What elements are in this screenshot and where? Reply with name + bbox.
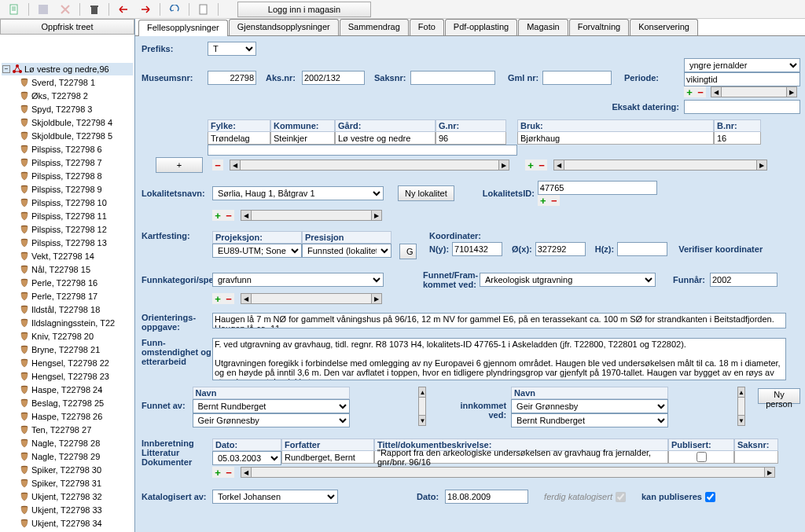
tree-item[interactable]: Bryne, T22798 21: [2, 343, 133, 356]
tab-magasin[interactable]: Magasin: [518, 19, 568, 35]
loc-minus[interactable]: −: [212, 160, 223, 171]
tree-item[interactable]: Pilspiss, T22798 10: [2, 196, 133, 209]
dato2-input[interactable]: [445, 490, 528, 504]
tree-item[interactable]: Haspe, T22798 24: [2, 383, 133, 396]
museumsnr-input[interactable]: [208, 71, 256, 85]
innkommet-1[interactable]: Geir Grønnesby: [511, 399, 668, 413]
tree-item[interactable]: Ukjent, T22798 34: [2, 516, 133, 530]
aksnr-input[interactable]: [302, 71, 365, 85]
bruk-cell[interactable]: Bjørkhaug: [517, 132, 714, 145]
publisert-cell[interactable]: [668, 451, 734, 464]
fylke-cell[interactable]: Trøndelag: [208, 132, 270, 145]
new-doc-button[interactable]: [3, 2, 25, 17]
periode-input[interactable]: [684, 72, 800, 86]
loc-extra-input[interactable]: [208, 145, 517, 156]
bnr-cell[interactable]: 16: [714, 132, 761, 145]
tree-item[interactable]: Spyd, T22798 3: [2, 102, 133, 116]
collapse-icon[interactable]: −: [2, 65, 10, 73]
funnkat-minus[interactable]: −: [223, 293, 234, 304]
kommune-cell[interactable]: Steinkjer: [270, 132, 335, 145]
innb-plus[interactable]: +: [212, 467, 223, 478]
funn-omst-textarea[interactable]: F. ved utgravning av gravhaug, tidl. reg…: [212, 338, 786, 380]
tree-item[interactable]: Skjoldbule, T22798 5: [2, 129, 133, 142]
tree-item[interactable]: Øks, T22798 2: [2, 89, 133, 102]
publiseres-checkbox[interactable]: [705, 492, 715, 502]
proj-select[interactable]: EU89-UTM; Sone 33: [212, 244, 302, 258]
tab-konservering[interactable]: Konservering: [630, 19, 698, 35]
tree-item[interactable]: Hengsel, T22798 22: [2, 356, 133, 369]
tree-item[interactable]: Haspe, T22798 26: [2, 409, 133, 423]
publisert-checkbox[interactable]: [697, 452, 707, 462]
tree-item[interactable]: Spiker, T22798 31: [2, 476, 133, 490]
ny-lokalitet-button[interactable]: Ny lokalitet: [398, 185, 454, 201]
tab-forvaltning[interactable]: Forvaltning: [569, 19, 629, 35]
prefix-select[interactable]: T: [208, 42, 256, 56]
tree-item[interactable]: Pilspiss, T22798 8: [2, 169, 133, 182]
refresh-tree-button[interactable]: Oppfrisk treet: [0, 19, 134, 35]
tree-item[interactable]: Ildstål, T22798 18: [2, 303, 133, 316]
scroll-left[interactable]: ◀: [711, 86, 722, 97]
tree-item[interactable]: Skjoldbule, T22798 4: [2, 116, 133, 129]
periode-select[interactable]: yngre jernalder: [684, 58, 800, 72]
tab-gjenstandsopplysninger[interactable]: Gjenstandsopplysninger: [229, 19, 339, 35]
eksakt-datering-input[interactable]: [684, 100, 800, 114]
forfatter-cell[interactable]: Rundberget, Bernt: [281, 451, 374, 464]
loknavn-plus[interactable]: +: [212, 210, 223, 221]
lokid-minus[interactable]: −: [549, 195, 560, 206]
funnet-fram-select[interactable]: Arkeologisk utgravning: [480, 273, 656, 287]
g-button[interactable]: G: [399, 244, 417, 259]
funnkat-plus[interactable]: +: [212, 293, 223, 304]
tree-item[interactable]: Nagle, T22798 28: [2, 436, 133, 449]
lokalitetsnavn-select[interactable]: Sørlia, Haug 1, Båtgrav 1: [212, 186, 384, 200]
prev-button[interactable]: [112, 2, 134, 17]
hz-input[interactable]: [617, 242, 667, 256]
save-button[interactable]: [32, 2, 54, 17]
funnaar-input[interactable]: [710, 273, 777, 287]
tree-item[interactable]: Pilspiss, T22798 11: [2, 209, 133, 222]
object-tree[interactable]: − Lø vestre og nedre,96 Sverd, T22798 1Ø…: [0, 61, 134, 532]
tree-item[interactable]: Pilspiss, T22798 13: [2, 236, 133, 249]
tree-item[interactable]: Pilspiss, T22798 9: [2, 182, 133, 196]
gmlnr-input[interactable]: [542, 71, 612, 85]
loc2-minus[interactable]: −: [536, 160, 547, 171]
tree-item[interactable]: Kniv, T22798 20: [2, 329, 133, 343]
trash-button[interactable]: [83, 2, 105, 17]
login-magasin-button[interactable]: Logg inn i magasin: [237, 2, 371, 17]
katalogisert-select[interactable]: Torkel Johansen: [212, 490, 338, 504]
gard-cell[interactable]: Lø vestre og nedre: [335, 132, 436, 145]
ox-input[interactable]: [535, 242, 586, 256]
tree-item[interactable]: Sverd, T22798 1: [2, 75, 133, 89]
tree-item[interactable]: Perle, T22798 17: [2, 289, 133, 303]
gnr-cell[interactable]: 96: [436, 132, 506, 145]
scroll-right[interactable]: ▶: [786, 86, 797, 97]
tree-item[interactable]: Ukjent, T22798 33: [2, 503, 133, 516]
funnet-av-2[interactable]: Geir Grønnesby: [193, 413, 350, 427]
delete-button[interactable]: [54, 2, 76, 17]
loknavn-minus[interactable]: −: [223, 210, 234, 221]
ny-input[interactable]: [452, 242, 502, 256]
tree-item[interactable]: Perle, T22798 16: [2, 276, 133, 289]
tree-item[interactable]: Beslag, T22798 25: [2, 396, 133, 409]
undo-button[interactable]: [164, 2, 186, 17]
tittel-cell[interactable]: "Rapport fra den arkeologiske undersøkel…: [374, 451, 668, 464]
saksnr-input[interactable]: [410, 71, 495, 85]
tab-sammendrag[interactable]: Sammendrag: [340, 19, 409, 35]
periode-plus[interactable]: +: [684, 86, 695, 97]
tree-item[interactable]: Pilspiss, T22798 6: [2, 142, 133, 156]
lokid-plus[interactable]: +: [538, 195, 549, 206]
periode-minus[interactable]: −: [695, 86, 706, 97]
tree-item[interactable]: Nål, T22798 15: [2, 262, 133, 276]
tab-pdf[interactable]: Pdf-opplasting: [445, 19, 517, 35]
lokalitetsid-input[interactable]: [538, 181, 657, 195]
next-button[interactable]: [134, 2, 156, 17]
tab-fellesopplysninger[interactable]: Fellesopplysninger: [138, 20, 228, 36]
innb-minus[interactable]: −: [223, 467, 234, 478]
loc2-plus[interactable]: +: [525, 160, 536, 171]
dato-cell[interactable]: 05.03.2003: [212, 451, 281, 465]
tree-item[interactable]: Nagle, T22798 29: [2, 449, 133, 463]
verify-label[interactable]: Verifiser koordinater: [678, 244, 763, 254]
funnet-av-1[interactable]: Bernt Rundberget: [193, 399, 350, 413]
orient-textarea[interactable]: Haugen lå 7 m NØ for gammelt våningshus …: [212, 313, 786, 328]
copy-doc-button[interactable]: [193, 2, 215, 17]
tree-item[interactable]: Pilspiss, T22798 12: [2, 222, 133, 236]
